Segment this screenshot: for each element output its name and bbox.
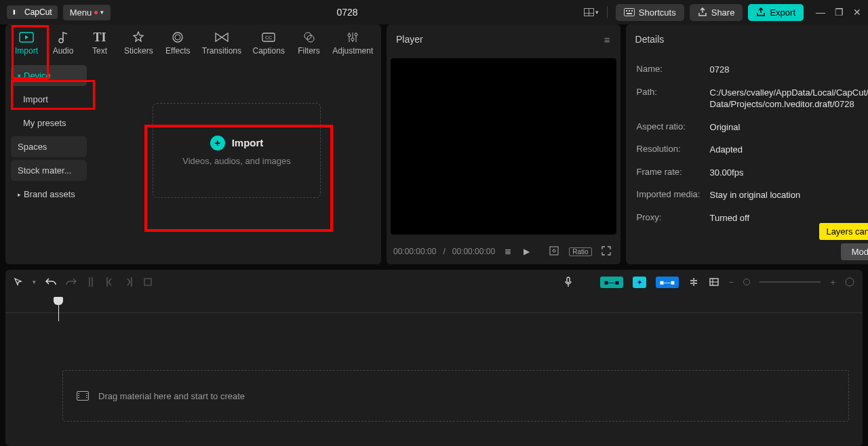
- zoom-slider[interactable]: [743, 279, 750, 285]
- fullscreen-icon[interactable]: [599, 245, 614, 259]
- empty-track-label: Drag material here and start to create: [98, 391, 245, 401]
- chevron-down-icon: ▾: [100, 9, 104, 16]
- split-left-icon[interactable]: [105, 277, 115, 287]
- tab-effects[interactable]: Effects: [163, 28, 193, 61]
- player-controls: 00:00:00:00 / 00:00:00:00 ≣ ▶ Ratio: [387, 239, 620, 264]
- share-label: Share: [711, 7, 735, 18]
- sidebar-item-import[interactable]: Import: [11, 89, 87, 110]
- svg-rect-7: [627, 13, 632, 14]
- text-icon: TI: [92, 31, 107, 43]
- tab-transitions[interactable]: Transitions: [201, 28, 243, 61]
- timeline[interactable]: Drag material here and start to create: [5, 294, 863, 446]
- sidebar-item-presets[interactable]: My presets: [11, 113, 87, 134]
- maximize-icon[interactable]: ❐: [835, 7, 844, 18]
- split-right-icon[interactable]: [124, 277, 134, 287]
- track-chip-2[interactable]: ✦: [633, 277, 646, 288]
- details-title: Details: [635, 34, 665, 45]
- svg-rect-20: [144, 279, 151, 285]
- modify-button[interactable]: Modify: [841, 243, 868, 260]
- app-logo: CapCut: [7, 5, 58, 19]
- detail-path: Path:C:/Users/cvalley/AppData/Local/CapC…: [637, 81, 868, 116]
- hamburger-icon[interactable]: ≡: [604, 34, 611, 45]
- tab-label: Import: [15, 46, 38, 56]
- sidebar-label: Spaces: [18, 142, 47, 152]
- detail-name: Name:0728: [637, 58, 868, 81]
- play-icon[interactable]: ▶: [521, 245, 532, 258]
- zoom-track[interactable]: [760, 281, 821, 283]
- main-row: Import Audio TIText Stickers Effects Tra…: [0, 24, 868, 264]
- time-separator: /: [443, 247, 445, 256]
- plus-icon: +: [210, 136, 225, 150]
- tab-import[interactable]: Import: [12, 28, 41, 61]
- svg-rect-18: [550, 247, 558, 255]
- menu-label: Menu: [70, 7, 92, 18]
- pointer-dropdown-icon[interactable]: ▾: [33, 279, 36, 285]
- media-body: ▾Device Import My presets Spaces Stock m…: [5, 61, 381, 264]
- app-name: CapCut: [24, 7, 52, 17]
- filters-icon: [302, 31, 317, 43]
- minimize-icon[interactable]: —: [816, 7, 825, 18]
- export-label: Export: [770, 7, 795, 18]
- svg-point-17: [355, 33, 357, 36]
- window-controls: — ❐ ✕: [816, 7, 861, 18]
- track-chip-3[interactable]: ■—■: [656, 277, 679, 288]
- undo-icon[interactable]: [45, 277, 56, 287]
- sidebar-label: Brand assets: [24, 189, 75, 199]
- sidebar-item-spaces[interactable]: Spaces: [11, 136, 87, 157]
- player-viewport[interactable]: [391, 58, 616, 235]
- sidebar-label: Stock mater...: [18, 165, 71, 176]
- empty-track[interactable]: Drag material here and start to create: [62, 370, 849, 422]
- project-title: 0728: [116, 7, 578, 18]
- split-icon[interactable]: [86, 277, 96, 287]
- tab-audio[interactable]: Audio: [49, 28, 77, 61]
- playhead-line: [58, 304, 59, 321]
- track-chip-1[interactable]: ■—■: [600, 277, 623, 288]
- crop-icon[interactable]: [709, 277, 719, 287]
- details-header: Details: [626, 24, 868, 54]
- import-icon: [19, 31, 34, 43]
- export-button[interactable]: Export: [748, 4, 804, 21]
- pointer-icon[interactable]: [14, 277, 23, 287]
- tab-filters[interactable]: Filters: [295, 28, 323, 61]
- zoom-in-icon[interactable]: +: [830, 277, 835, 287]
- delete-icon[interactable]: [143, 277, 153, 287]
- focus-icon[interactable]: [546, 244, 562, 260]
- sidebar-label: Device: [24, 70, 51, 81]
- svg-point-19: [553, 249, 555, 252]
- timeline-ruler[interactable]: [5, 294, 863, 313]
- ratio-button[interactable]: Ratio: [569, 247, 591, 256]
- align-icon[interactable]: [688, 277, 699, 287]
- player-title: Player: [396, 34, 423, 45]
- dropzone-subtitle: Videos, audios, and images: [182, 156, 290, 166]
- tab-label: Audio: [53, 46, 74, 56]
- sidebar-item-brand[interactable]: ▸Brand assets: [11, 184, 87, 205]
- menu-button[interactable]: Menu ▾: [63, 5, 111, 20]
- layout-icon[interactable]: ▾: [584, 5, 599, 20]
- titlebar: CapCut Menu ▾ 0728 ▾ Shortcuts Share Exp…: [0, 0, 868, 24]
- film-icon: [77, 391, 89, 401]
- sidebar-item-stock[interactable]: Stock mater...: [11, 160, 87, 181]
- tab-captions[interactable]: CCCaptions: [251, 28, 287, 61]
- svg-rect-6: [631, 10, 633, 12]
- sidebar-item-device[interactable]: ▾Device: [11, 65, 87, 86]
- import-dropzone[interactable]: + Import Videos, audios, and images: [153, 103, 321, 198]
- stickers-icon: [131, 31, 146, 43]
- fit-icon[interactable]: [845, 277, 854, 287]
- tab-adjustment[interactable]: Adjustment: [332, 28, 375, 61]
- detail-resolution: Resolution:Adapted: [637, 138, 868, 161]
- svg-point-23: [846, 278, 854, 286]
- mic-icon[interactable]: [564, 277, 573, 287]
- close-icon[interactable]: ✕: [853, 7, 861, 18]
- tab-stickers[interactable]: Stickers: [122, 28, 155, 61]
- shortcuts-button[interactable]: Shortcuts: [616, 4, 684, 21]
- svg-point-13: [304, 33, 311, 39]
- media-tabs: Import Audio TIText Stickers Effects Tra…: [5, 24, 381, 61]
- import-area: + Import Videos, audios, and images: [92, 61, 381, 264]
- share-button[interactable]: Share: [690, 4, 743, 21]
- zoom-out-icon[interactable]: −: [729, 277, 734, 287]
- tab-text[interactable]: TIText: [85, 28, 114, 61]
- duration: 00:00:00:00: [452, 247, 495, 256]
- list-icon[interactable]: ≣: [502, 245, 514, 258]
- svg-rect-21: [567, 277, 570, 283]
- redo-icon[interactable]: [66, 277, 77, 287]
